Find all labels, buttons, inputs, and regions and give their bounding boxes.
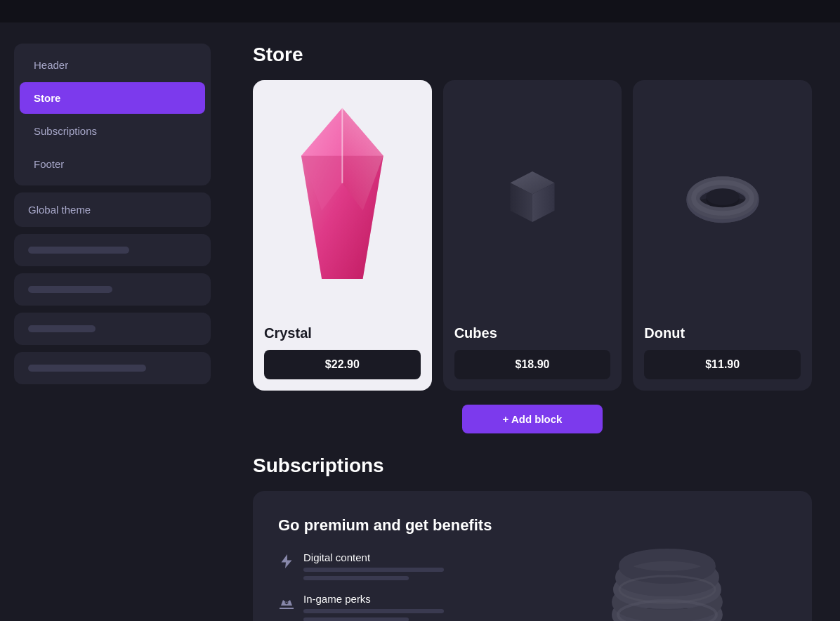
placeholder-bar — [28, 325, 96, 332]
crystal-card-info: Crystal $22.90 — [253, 314, 432, 391]
crystal-price-button[interactable]: $22.90 — [264, 350, 421, 379]
sidebar-placeholder-3 — [14, 313, 211, 345]
subscription-card: Go premium and get benefits Digital cont… — [253, 491, 812, 621]
subscription-title: Go premium and get benefits — [278, 516, 590, 535]
sidebar-item-subscriptions[interactable]: Subscriptions — [20, 115, 205, 147]
sidebar-item-footer[interactable]: Footer — [20, 148, 205, 180]
digital-content-text: Digital content — [303, 551, 444, 580]
spiral-icon — [590, 516, 744, 621]
store-section-title: Store — [253, 44, 812, 66]
cubes-name: Cubes — [454, 325, 611, 341]
sidebar-item-store[interactable]: Store — [20, 82, 205, 114]
subscriptions-section: Subscriptions Go premium and get benefit… — [253, 455, 812, 621]
donut-card-info: Donut $11.90 — [633, 314, 812, 391]
sidebar-navigation: Header Store Subscriptions Footer — [14, 44, 211, 185]
ingame-perks-bar-long — [303, 609, 444, 613]
digital-content-bar-short — [303, 576, 409, 580]
svg-point-15 — [706, 188, 739, 205]
crystal-image-area — [253, 80, 432, 314]
digital-content-bar-long — [303, 568, 444, 572]
top-bar — [0, 0, 840, 22]
benefit-item-ingame: In-game perks — [278, 593, 590, 621]
add-block-container: + Add block — [253, 405, 812, 433]
subscription-visual — [590, 516, 787, 621]
global-theme-label: Global theme — [28, 204, 91, 216]
store-grid: Crystal $22.90 — [253, 80, 812, 391]
ingame-perks-label: In-game perks — [303, 593, 444, 605]
donut-name: Donut — [644, 325, 801, 341]
sidebar: Header Store Subscriptions Footer Global… — [0, 22, 225, 621]
benefit-item-digital: Digital content — [278, 551, 590, 580]
subscription-content: Go premium and get benefits Digital cont… — [278, 516, 590, 621]
product-card-donut: Donut $11.90 — [633, 80, 812, 391]
lightning-icon — [278, 553, 295, 570]
cubes-image-area — [443, 80, 622, 314]
digital-content-label: Digital content — [303, 551, 444, 563]
placeholder-bar — [28, 247, 129, 254]
global-theme-section[interactable]: Global theme — [14, 192, 211, 227]
subscriptions-section-title: Subscriptions — [253, 455, 812, 477]
add-block-button[interactable]: + Add block — [462, 405, 603, 433]
cubes-price-button[interactable]: $18.90 — [454, 350, 611, 379]
sidebar-placeholder-4 — [14, 352, 211, 384]
product-card-cubes: Cubes $18.90 — [443, 80, 622, 391]
donut-image-area — [633, 80, 812, 314]
placeholder-bar — [28, 286, 112, 293]
donut-icon — [684, 165, 761, 228]
crystal-gem-icon — [274, 101, 411, 293]
sidebar-item-header[interactable]: Header — [20, 49, 205, 81]
cubes-card-info: Cubes $18.90 — [443, 314, 622, 391]
donut-price-button[interactable]: $11.90 — [644, 350, 801, 379]
placeholder-bar — [28, 365, 146, 372]
ingame-perks-text: In-game perks — [303, 593, 444, 621]
crown-icon — [278, 594, 295, 611]
ingame-perks-bar-short — [303, 617, 409, 621]
product-card-crystal: Crystal $22.90 — [253, 80, 432, 391]
crystal-name: Crystal — [264, 325, 421, 341]
cubes-icon — [501, 165, 564, 228]
sidebar-placeholder-1 — [14, 234, 211, 266]
sidebar-placeholder-2 — [14, 273, 211, 306]
main-content: Store — [225, 22, 840, 621]
